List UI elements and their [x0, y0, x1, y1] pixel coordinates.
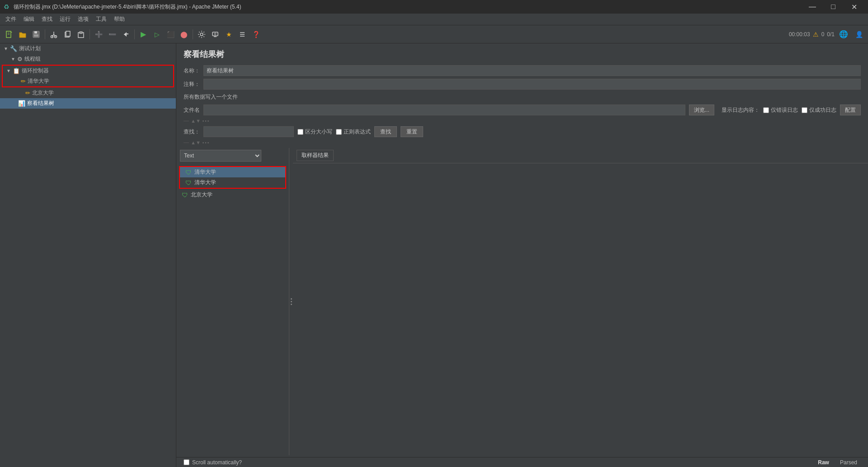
- result-item-3[interactable]: 🛡 北京大学: [176, 190, 289, 200]
- toolbar-collapse[interactable]: ➖: [106, 28, 118, 41]
- vdot-2: [291, 301, 292, 302]
- toolbar-user[interactable]: 👤: [853, 28, 865, 41]
- tabs-row: 取样器结果: [293, 148, 868, 163]
- thread-group-label: 线程组: [24, 55, 41, 63]
- results-panel: Text HTML JSON XML Regexp Tester 🛡 清华大学: [176, 148, 289, 455]
- toolbar-stop[interactable]: ⬛: [164, 28, 177, 41]
- toolbar-run[interactable]: ▶: [137, 28, 150, 41]
- write-all-label: 所有数据写入一个文件: [176, 91, 868, 103]
- tsinghua-icon: ✏: [21, 78, 26, 85]
- menu-file[interactable]: 文件: [2, 14, 20, 24]
- window-controls: — □ ✕: [802, 0, 864, 14]
- result-success-icon-3: 🛡: [182, 191, 188, 199]
- tree-node-thread-group[interactable]: ▼ ⚙ 线程组: [0, 54, 176, 64]
- case-sensitive-text: 区分大小写: [305, 128, 332, 136]
- tree-node-tsinghua[interactable]: ✏ 清华大学: [3, 76, 173, 86]
- regex-checkbox[interactable]: [336, 129, 342, 135]
- maximize-button[interactable]: □: [823, 0, 844, 14]
- vdot-1: [291, 298, 292, 300]
- tree-node-peking[interactable]: ✏ 北京大学: [0, 88, 176, 98]
- hdots-2: •••: [203, 140, 210, 145]
- menu-options[interactable]: 选项: [74, 14, 92, 24]
- tree-toggle-thread-group: ▼: [11, 57, 17, 62]
- left-panel: ▼ 🔧 测试计划 ▼ ⚙ 线程组 ▼ 📋 循环控制器 ✏ 清华大学: [0, 43, 176, 467]
- toolbar-expand[interactable]: ➕: [92, 28, 105, 41]
- tab-raw[interactable]: Raw: [814, 458, 833, 467]
- search-label: 查找：: [184, 128, 200, 136]
- result-tree-icon: 📊: [18, 100, 25, 107]
- file-row: 文件名 浏览... 显示日志内容： 仅错误日志 仅成功日志 配置: [176, 103, 868, 117]
- type-dropdown-row: Text HTML JSON XML Regexp Tester: [176, 148, 289, 163]
- config-button[interactable]: 配置: [840, 105, 861, 115]
- menu-run[interactable]: 运行: [56, 14, 74, 24]
- bottom-tabs: Raw Parsed: [814, 458, 861, 467]
- scroll-auto-label: Scroll automatically?: [192, 459, 242, 466]
- toolbar-list[interactable]: [236, 28, 249, 41]
- tab-parsed[interactable]: Parsed: [836, 458, 861, 467]
- search-input[interactable]: [203, 126, 294, 137]
- svg-rect-17: [212, 32, 218, 36]
- test-plan-icon: 🔧: [10, 45, 17, 52]
- toolbar-new[interactable]: [3, 28, 15, 41]
- svg-point-18: [214, 33, 216, 35]
- drag-handle[interactable]: [289, 148, 293, 455]
- menu-tools[interactable]: 工具: [92, 14, 110, 24]
- case-sensitive-label[interactable]: 区分大小写: [297, 128, 332, 136]
- minimize-button[interactable]: —: [802, 0, 823, 14]
- success-log-checkbox[interactable]: [802, 107, 807, 113]
- tree-node-result-tree[interactable]: 📊 察看结果树: [0, 98, 176, 109]
- menu-help[interactable]: 帮助: [110, 14, 128, 24]
- comment-input[interactable]: [203, 79, 861, 90]
- type-select[interactable]: Text HTML JSON XML Regexp Tester: [180, 150, 261, 162]
- success-log-checkbox-label[interactable]: 仅成功日志: [802, 106, 836, 114]
- result-item-1[interactable]: 🛡 清华大学: [180, 167, 285, 177]
- search-row: 查找： 区分大小写 正则表达式 查找 重置: [176, 124, 868, 139]
- scroll-auto-checkbox[interactable]: [184, 459, 189, 465]
- error-log-checkbox-label[interactable]: 仅错误日志: [763, 106, 798, 114]
- toolbar-sep-4: [193, 29, 193, 39]
- detail-panel: 取样器结果: [293, 148, 868, 455]
- svg-rect-15: [80, 32, 82, 33]
- tree-node-test-plan[interactable]: ▼ 🔧 测试计划: [0, 43, 176, 54]
- toolbar-open[interactable]: [16, 28, 29, 41]
- warning-icon: ⚠: [813, 31, 819, 38]
- toolbar-copy[interactable]: [61, 28, 74, 41]
- close-button[interactable]: ✕: [844, 0, 864, 14]
- svg-point-16: [200, 33, 203, 36]
- regex-label[interactable]: 正则表达式: [336, 128, 371, 136]
- toolbar-globe[interactable]: 🌐: [837, 28, 850, 41]
- toolbar-star[interactable]: ★: [222, 28, 235, 41]
- toolbar-shutdown[interactable]: ⬤: [178, 28, 190, 41]
- toolbar-run-no-pause[interactable]: ▷: [151, 28, 163, 41]
- menu-find[interactable]: 查找: [38, 14, 56, 24]
- svg-rect-13: [66, 31, 70, 36]
- divider-1: ▲▼ •••: [176, 117, 868, 124]
- toolbar-settings[interactable]: [195, 28, 208, 41]
- tree-node-loop-controller[interactable]: ▼ 📋 循环控制器: [3, 66, 173, 76]
- scroll-check: Scroll automatically?: [184, 459, 242, 466]
- toolbar-cut[interactable]: [47, 28, 60, 41]
- thread-group-icon: ⚙: [17, 56, 23, 62]
- app-icon: ♻: [4, 3, 11, 10]
- result-label-2: 清华大学: [194, 179, 216, 186]
- right-panel: 察看结果树 名称： 注释： 所有数据写入一个文件 文件名 浏览... 显示日志内…: [176, 43, 868, 467]
- error-log-checkbox[interactable]: [763, 107, 769, 113]
- browse-button[interactable]: 浏览...: [689, 105, 714, 115]
- find-button[interactable]: 查找: [374, 126, 397, 137]
- toolbar-help[interactable]: ❓: [250, 28, 262, 41]
- toolbar-remote[interactable]: [209, 28, 222, 41]
- toolbar-back[interactable]: [119, 28, 132, 41]
- case-sensitive-checkbox[interactable]: [297, 129, 303, 135]
- tab-sampler-result[interactable]: 取样器结果: [297, 150, 334, 161]
- divider-line-1: [184, 121, 189, 121]
- result-item-2[interactable]: 🛡 清华大学: [180, 177, 285, 188]
- reset-button[interactable]: 重置: [401, 126, 423, 137]
- panel-title: 察看结果树: [184, 50, 224, 59]
- name-input[interactable]: [203, 65, 861, 76]
- toolbar-paste[interactable]: [75, 28, 87, 41]
- file-input[interactable]: [203, 105, 685, 115]
- menu-edit[interactable]: 编辑: [20, 14, 38, 24]
- toolbar-save[interactable]: [30, 28, 42, 41]
- display-log-label: 显示日志内容：: [722, 106, 760, 114]
- main-layout: ▼ 🔧 测试计划 ▼ ⚙ 线程组 ▼ 📋 循环控制器 ✏ 清华大学: [0, 43, 868, 467]
